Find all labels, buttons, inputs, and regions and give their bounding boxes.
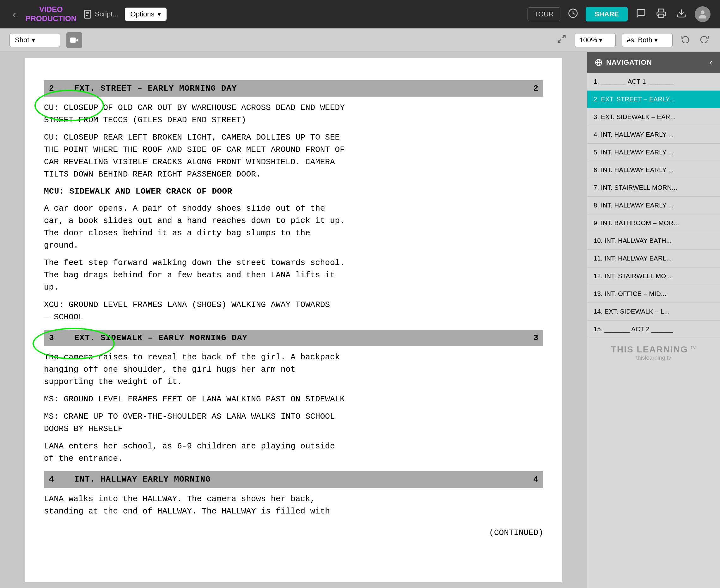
shot-label: Shot [15, 36, 29, 44]
nav-item-13[interactable]: 13. INT. OFFICE – MID... [587, 285, 720, 303]
top-bar: ‹ VIDEO PRODUCTION Script... Options ▾ T… [0, 0, 720, 28]
chevron-down-icon: ▾ [157, 10, 161, 18]
nav-item-15[interactable]: 15. _______ ACT 2 ______ [587, 320, 720, 338]
scene-4-num-left: 4 [49, 474, 68, 485]
svg-point-7 [701, 10, 704, 14]
nav-item-6[interactable]: 6. INT. HALLWAY EARLY ... [587, 161, 720, 179]
shot-4: XCU: GROUND LEVEL FRAMES LANA (SHOES) WA… [44, 299, 543, 323]
nav-item-3[interactable]: 3. EXT. SIDEWALK – EAR... [587, 108, 720, 126]
watermark-area: THIS LEARNING tv thislearning.tv [587, 338, 720, 368]
scene-4-title: INT. HALLWAY EARLY MORNING [74, 474, 527, 485]
share-button[interactable]: SHARE [586, 7, 628, 21]
nav-header-left: NAVIGATION [595, 58, 652, 67]
script-area[interactable]: 2 EXT. STREET – EARLY MORNING DAY 2 CU: … [0, 52, 587, 588]
watermark-url: thislearning.tv [594, 355, 714, 361]
nav-items-list: 1. _______ ACT 1 _______2. EXT. STREET –… [587, 73, 720, 338]
hash-dropdown[interactable]: #s: Both ▾ [622, 33, 673, 47]
nav-item-2[interactable]: 2. EXT. STREET – EARLY... [587, 91, 720, 108]
action-1: A car door opens. A pair of shoddy shoes… [44, 203, 543, 252]
nav-item-10[interactable]: 10. INT. HALLWAY BATH... [587, 232, 720, 250]
nav-sidebar: NAVIGATION ‹ 1. _______ ACT 1 _______2. … [587, 52, 720, 588]
chevron-down-icon: ▾ [654, 36, 658, 44]
second-bar: Shot ▾ 100% ▾ #s: Both ▾ [0, 28, 720, 52]
download-button[interactable] [675, 6, 688, 22]
script-btn-label: Script... [95, 10, 119, 18]
nav-collapse-button[interactable]: ‹ [709, 58, 713, 67]
options-label: Options [131, 10, 155, 18]
shot-type-dropdown[interactable]: Shot ▾ [9, 33, 60, 47]
scene-3-num-right: 3 [533, 332, 538, 343]
nav-item-11[interactable]: 11. INT. HALLWAY EARL... [587, 250, 720, 268]
svg-line-9 [563, 35, 565, 38]
history-button[interactable] [567, 8, 579, 21]
options-dropdown[interactable]: Options ▾ [125, 7, 167, 21]
scene-2-header: 2 EXT. STREET – EARLY MORNING DAY 2 [44, 80, 543, 97]
continued-label: (CONTINUED) [44, 527, 543, 539]
watermark-main: THIS LEARNING tv [594, 344, 714, 355]
action-2: The feet step forward walking down the s… [44, 257, 543, 294]
undo-button[interactable] [679, 33, 692, 47]
scene-2-num-right: 2 [533, 83, 538, 94]
chevron-down-icon: ▾ [32, 36, 35, 44]
chevron-down-icon: ▾ [599, 36, 602, 44]
main-layout: 2 EXT. STREET – EARLY MORNING DAY 2 CU: … [0, 52, 720, 588]
tour-button[interactable]: TOUR [527, 7, 560, 21]
shot-6: MS: CRANE UP TO OVER-THE-SHOULDER AS LAN… [44, 411, 543, 435]
nav-item-4[interactable]: 4. INT. HALLWAY EARLY ... [587, 126, 720, 144]
redo-button[interactable] [698, 33, 711, 47]
svg-rect-8 [70, 37, 76, 42]
scene-3-num-left: 3 [49, 332, 68, 343]
watermark-tv: tv [691, 345, 696, 350]
nav-title: NAVIGATION [606, 58, 652, 67]
svg-line-10 [558, 40, 561, 43]
shot-1: CU: CLOSEUP OF OLD CAR OUT BY WAREHOUSE … [44, 102, 543, 126]
camera-button[interactable] [66, 32, 82, 48]
svg-rect-5 [659, 14, 664, 17]
script-button[interactable]: Script... [83, 9, 119, 19]
nav-item-12[interactable]: 12. INT. STAIRWELL MO... [587, 268, 720, 285]
nav-item-7[interactable]: 7. INT. STAIRWELL MORN... [587, 179, 720, 197]
scene-3-header: 3 EXT. SIDEWALK – EARLY MORNING DAY 3 [44, 330, 543, 346]
nav-item-8[interactable]: 8. INT. HALLWAY EARLY ... [587, 197, 720, 214]
comment-button[interactable] [634, 6, 648, 22]
scene-2-num-left: 2 [49, 83, 68, 94]
scene-2-title: EXT. STREET – EARLY MORNING DAY [74, 83, 527, 94]
shot-5: MS: GROUND LEVEL FRAMES FEET OF LANA WAL… [44, 393, 543, 405]
expand-button[interactable] [555, 32, 568, 48]
nav-item-9[interactable]: 9. INT. BATHROOM – MOR... [587, 214, 720, 232]
action-3: The camera raises to reveal the back of … [44, 351, 543, 388]
app-title: VIDEO PRODUCTION [26, 5, 77, 23]
nav-item-1[interactable]: 1. _______ ACT 1 _______ [587, 73, 720, 91]
hash-label: #s: Both [627, 36, 652, 44]
shot-3: MCU: SIDEWALK AND LOWER CRACK OF DOOR [44, 186, 543, 197]
action-4: LANA enters her school, as 6-9 children … [44, 440, 543, 465]
avatar[interactable] [695, 6, 711, 22]
script-page: 2 EXT. STREET – EARLY MORNING DAY 2 CU: … [25, 58, 562, 582]
action-5: LANA walks into the HALLWAY. The camera … [44, 493, 543, 518]
scene-4-header: 4 INT. HALLWAY EARLY MORNING 4 [44, 471, 543, 488]
nav-item-14[interactable]: 14. EXT. SIDEWALK – L... [587, 303, 720, 320]
zoom-label: 100% [579, 36, 597, 44]
scene-4-num-right: 4 [533, 474, 538, 485]
zoom-dropdown[interactable]: 100% ▾ [575, 33, 616, 47]
nav-header: NAVIGATION ‹ [587, 52, 720, 73]
nav-item-5[interactable]: 5. INT. HALLWAY EARLY ... [587, 144, 720, 161]
print-button[interactable] [654, 6, 668, 22]
scene-3-title: EXT. SIDEWALK – EARLY MORNING DAY [74, 332, 527, 343]
back-button[interactable]: ‹ [9, 8, 19, 20]
shot-2: CU: CLOSEUP REAR LEFT BROKEN LIGHT, CAME… [44, 131, 543, 181]
